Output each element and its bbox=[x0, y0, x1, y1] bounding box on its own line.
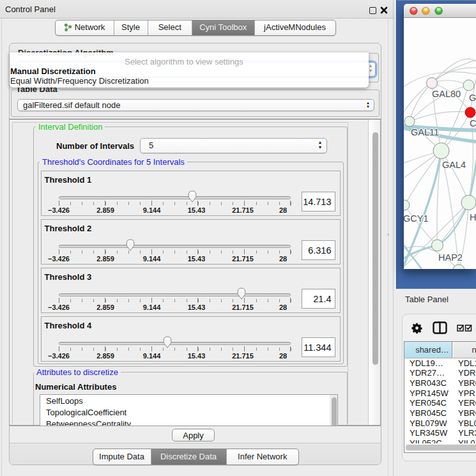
svg-text:HAP2: HAP2 bbox=[438, 252, 463, 263]
svg-text:GAL4: GAL4 bbox=[442, 160, 466, 170]
svg-text:GAL11: GAL11 bbox=[411, 127, 439, 137]
svg-text:GCY1: GCY1 bbox=[404, 213, 429, 224]
svg-text:C: C bbox=[470, 118, 476, 128]
svg-text:GAL80: GAL80 bbox=[432, 89, 461, 99]
svg-text:GA: GA bbox=[469, 93, 476, 103]
svg-text:HI: HI bbox=[470, 212, 476, 222]
